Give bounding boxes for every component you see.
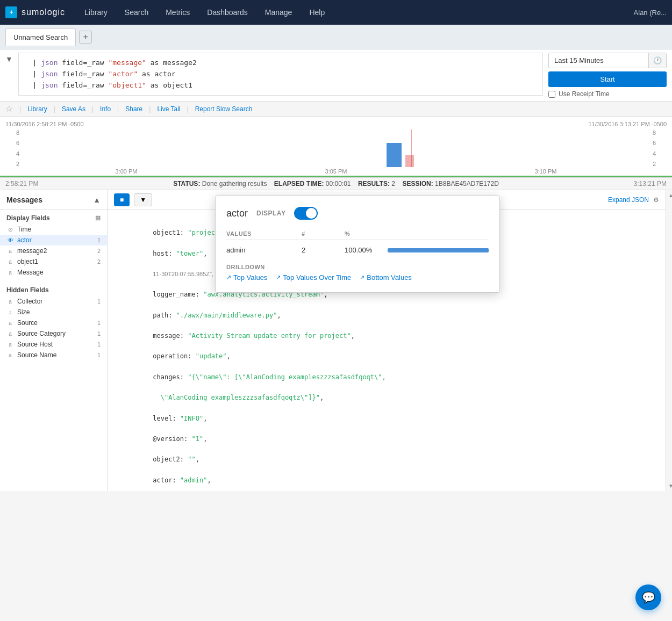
field-item-time[interactable]: ⊙ Time bbox=[0, 224, 107, 235]
field-item-size[interactable]: ↕ Size bbox=[0, 307, 107, 317]
field-count-source: 1 bbox=[97, 320, 101, 326]
field-name-size: Size bbox=[17, 308, 101, 316]
chart-bar-pink bbox=[405, 155, 414, 167]
scroll-down[interactable]: ▼ bbox=[666, 481, 672, 491]
session-val: 1B8BAE45AD7E172D bbox=[435, 180, 499, 187]
messages-area: Messages ▲ Display Fields ⊞ ⊙ Time 👁 act… bbox=[0, 190, 672, 491]
field-count-actor: 1 bbox=[97, 237, 101, 243]
field-item-source-name[interactable]: a Source Name 1 bbox=[0, 350, 107, 360]
chevron-down-button[interactable]: ▼ bbox=[134, 193, 152, 206]
popup-bar bbox=[388, 248, 489, 252]
collapse-panel-icon[interactable]: ▲ bbox=[93, 196, 101, 204]
logo-icon: + bbox=[5, 6, 17, 18]
chart-x-labels: 3:00 PM 3:05 PM 3:10 PM bbox=[5, 167, 667, 176]
nav-menu: Library Search Metrics Dashboards Manage… bbox=[76, 0, 333, 25]
alpha-icon-source: a bbox=[6, 319, 14, 327]
settings-icon[interactable]: ⚙ bbox=[653, 196, 659, 204]
nav-manage[interactable]: Manage bbox=[256, 0, 301, 25]
top-values-over-time-link[interactable]: ↗ Top Values Over Time bbox=[276, 273, 351, 281]
query-line-3: | json field=_raw "object1" as object1 bbox=[24, 80, 537, 91]
star-button[interactable]: ☆ bbox=[5, 104, 13, 114]
field-count-source-host: 1 bbox=[97, 341, 101, 348]
query-line-2: | json field=_raw "actor" as actor bbox=[24, 69, 537, 80]
top-values-link[interactable]: ↗ Top Values bbox=[226, 273, 267, 281]
status-key: STATUS: bbox=[173, 180, 200, 187]
y-label-4-right: 4 bbox=[653, 150, 667, 157]
hidden-fields-label: Hidden Fields bbox=[6, 286, 49, 294]
nav-library[interactable]: Library bbox=[76, 0, 116, 25]
toolbar-left: ■ ▼ bbox=[114, 193, 152, 206]
field-name-time: Time bbox=[17, 226, 98, 233]
chart-timestamps: 11/30/2016 2:58:21 PM -0500 11/30/2016 3… bbox=[5, 121, 667, 127]
toolbar-info[interactable]: Info bbox=[100, 105, 111, 113]
col-header-pct: % bbox=[345, 230, 377, 237]
toolbar-report-slow[interactable]: Report Slow Search bbox=[195, 105, 253, 113]
status-val: Done gathering results bbox=[202, 180, 267, 187]
scroll-track[interactable] bbox=[666, 200, 672, 481]
messages-tab-label: Messages bbox=[6, 196, 42, 204]
time-clock-icon[interactable]: 🕐 bbox=[648, 53, 666, 68]
field-item-collector[interactable]: a Collector 1 bbox=[0, 296, 107, 307]
status-info: STATUS: Done gathering results ELAPSED T… bbox=[173, 180, 499, 187]
time-picker[interactable]: Last 15 Minutes 🕐 bbox=[548, 53, 667, 68]
receipt-time-checkbox[interactable] bbox=[548, 91, 555, 98]
scroll-up[interactable]: ▲ bbox=[666, 190, 672, 200]
eye-icon: 👁 bbox=[6, 236, 14, 244]
chart-canvas[interactable] bbox=[22, 129, 650, 167]
display-fields-settings-icon[interactable]: ⊞ bbox=[95, 214, 101, 222]
nav-dashboards[interactable]: Dashboards bbox=[198, 0, 256, 25]
nav-help[interactable]: Help bbox=[301, 0, 333, 25]
y-label-8-right: 8 bbox=[653, 129, 667, 136]
field-item-source-host[interactable]: a Source Host 1 bbox=[0, 339, 107, 350]
session-key: SESSION: bbox=[402, 180, 433, 187]
query-line-1: | json field=_raw "message" as message2 bbox=[24, 57, 537, 69]
popup-field-name: actor bbox=[226, 208, 248, 219]
field-item-object1[interactable]: a object1 2 bbox=[0, 256, 107, 267]
nav-metrics[interactable]: Metrics bbox=[157, 0, 198, 25]
query-editor[interactable]: | json field=_raw "message" as message2 … bbox=[18, 53, 543, 96]
hidden-fields-header: Hidden Fields bbox=[0, 282, 107, 296]
format-button[interactable]: ■ bbox=[114, 193, 130, 206]
drilldown-label: DRILLDOWN bbox=[226, 264, 489, 270]
nav-search[interactable]: Search bbox=[116, 0, 157, 25]
right-scrollbar[interactable]: ▲ ▼ bbox=[666, 190, 672, 491]
bottom-values-link[interactable]: ↗ Bottom Values bbox=[360, 273, 412, 281]
receipt-time-label: Use Receipt Time bbox=[559, 90, 610, 98]
messages-tab[interactable]: Messages ▲ bbox=[0, 190, 107, 210]
field-name-actor: actor bbox=[17, 236, 95, 244]
toolbar-save-as[interactable]: Save As bbox=[62, 105, 85, 113]
alpha-icon-collector: a bbox=[6, 298, 14, 305]
search-tab[interactable]: Unnamed Search bbox=[5, 28, 76, 46]
field-item-message2[interactable]: a message2 2 bbox=[0, 245, 107, 256]
status-left-time: 2:58:21 PM bbox=[5, 180, 38, 187]
alpha-icon-source-category: a bbox=[6, 330, 14, 337]
popup-header: actor DISPLAY bbox=[226, 207, 489, 220]
display-fields-label: Display Fields bbox=[6, 214, 50, 222]
start-button[interactable]: Start bbox=[548, 71, 667, 87]
results-key: RESULTS: bbox=[358, 180, 390, 187]
tab-title: Unnamed Search bbox=[13, 33, 68, 41]
display-toggle[interactable] bbox=[294, 207, 318, 220]
field-count-collector: 1 bbox=[97, 298, 101, 305]
y-label-6-right: 6 bbox=[653, 140, 667, 146]
field-item-source[interactable]: a Source 1 bbox=[0, 317, 107, 328]
time-value: Last 15 Minutes bbox=[549, 53, 648, 68]
expand-json-link[interactable]: Expand JSON bbox=[608, 196, 649, 204]
left-panel: Messages ▲ Display Fields ⊞ ⊙ Time 👁 act… bbox=[0, 190, 108, 491]
user-menu[interactable]: Alan (Re... bbox=[634, 9, 667, 17]
field-item-message[interactable]: a Message bbox=[0, 267, 107, 278]
toolbar-share[interactable]: Share bbox=[125, 105, 142, 113]
toolbar-live-tail[interactable]: Live Tail bbox=[157, 105, 180, 113]
y-label-2-left: 2 bbox=[5, 161, 19, 167]
status-right-time: 3:13:21 PM bbox=[634, 180, 667, 187]
elapsed-val: 00:00:01 bbox=[326, 180, 351, 187]
collapse-button[interactable]: ▼ bbox=[5, 55, 13, 63]
y-label-6-left: 6 bbox=[5, 140, 19, 146]
field-item-actor[interactable]: 👁 actor 1 bbox=[0, 235, 107, 245]
toolbar-library[interactable]: Library bbox=[27, 105, 47, 113]
field-item-source-category[interactable]: a Source Category 1 bbox=[0, 328, 107, 339]
alpha-icon-message2: a bbox=[6, 247, 14, 255]
add-tab-button[interactable]: + bbox=[79, 31, 92, 44]
logo[interactable]: + sumologic bbox=[5, 6, 65, 18]
elapsed-key: ELAPSED TIME: bbox=[274, 180, 324, 187]
